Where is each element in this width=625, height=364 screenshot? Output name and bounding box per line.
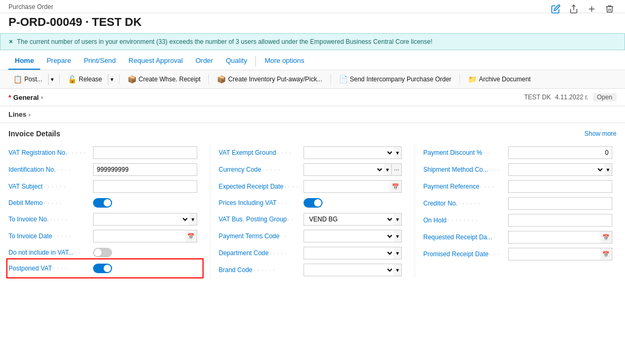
- tab-request-approval[interactable]: Request Approval: [122, 52, 189, 70]
- postponed-vat-toggle[interactable]: [93, 264, 112, 273]
- shipment-method-label: Shipment Method Co... · · ·: [424, 166, 508, 173]
- brand-code-label: Brand Code · · · · · ·: [219, 266, 304, 274]
- identification-no-input[interactable]: [93, 163, 197, 176]
- release-dropdown[interactable]: ▾: [108, 74, 116, 85]
- tab-order[interactable]: Order: [189, 52, 219, 70]
- on-hold-row: On Hold · · · · · · · ·: [424, 212, 617, 229]
- do-not-include-vat-row: Do not include in VAT... · ·: [8, 245, 201, 260]
- payment-terms-code-select[interactable]: [304, 230, 394, 242]
- alert-text: The current number of users in your envi…: [17, 38, 433, 45]
- shipment-method-select[interactable]: [508, 163, 605, 176]
- tab-print-send[interactable]: Print/Send: [77, 52, 122, 70]
- col2: VAT Exempt Ground · · · · ▾ Currency Cod…: [210, 144, 415, 278]
- intercompany-icon: 📄: [339, 75, 348, 83]
- vat-bus-posting-group-dropdown-btn[interactable]: ▾: [394, 213, 402, 226]
- post-dropdown[interactable]: ▾: [48, 74, 56, 85]
- to-invoice-no-dropdown-btn[interactable]: ▾: [189, 213, 197, 226]
- general-section-title: * General ›: [8, 94, 43, 101]
- lines-section[interactable]: Lines ›: [0, 106, 625, 123]
- vat-exempt-ground-label: VAT Exempt Ground · · · ·: [219, 149, 304, 156]
- add-button[interactable]: [587, 4, 596, 16]
- show-more-button[interactable]: Show more: [584, 130, 617, 137]
- brand-code-row: Brand Code · · · · · · ▾: [219, 262, 406, 278]
- toolbar-sep-3: [208, 74, 209, 85]
- do-not-include-vat-label: Do not include in VAT... · ·: [8, 249, 93, 256]
- to-invoice-no-label: To Invoice No. · · · · ·: [8, 216, 93, 223]
- department-code-dropdown-btn[interactable]: ▾: [394, 247, 402, 259]
- release-button[interactable]: 🔓 Release: [63, 72, 107, 86]
- brand-code-dropdown-btn[interactable]: ▾: [394, 264, 402, 276]
- currency-code-select[interactable]: [304, 163, 384, 176]
- vat-bus-posting-group-select[interactable]: VEND BG: [304, 213, 394, 226]
- department-code-select[interactable]: [304, 247, 394, 259]
- general-section[interactable]: * General › TEST DK 4.11.2022 г. Open: [0, 89, 625, 106]
- create-inventory-button[interactable]: 📦 Create Inventory Put-away/Pick...: [212, 72, 327, 86]
- do-not-include-vat-toggle[interactable]: [93, 248, 112, 257]
- status-badge: Open: [593, 93, 617, 101]
- vat-exempt-ground-select[interactable]: [304, 146, 394, 159]
- expected-receipt-date-input[interactable]: [304, 180, 390, 193]
- share-button[interactable]: [569, 4, 578, 16]
- tab-home[interactable]: Home: [8, 52, 40, 70]
- post-label: Post...: [24, 76, 42, 83]
- promised-receipt-date-calendar-btn[interactable]: 📅: [600, 248, 612, 260]
- vat-exempt-ground-dropdown-btn[interactable]: ▾: [394, 146, 402, 159]
- prices-including-vat-label: Prices Including VAT · · ·: [219, 199, 304, 207]
- requested-receipt-date-label: Requested Receipt Da... ·: [424, 234, 508, 241]
- toolbar-sep-1: [59, 74, 60, 85]
- vat-bus-posting-group-label: VAT Bus. Posting Group · ·: [219, 216, 304, 223]
- promised-receipt-date-wrap: 📅: [508, 248, 613, 260]
- promised-receipt-date-label: Promised Receipt Date · · ·: [424, 250, 508, 258]
- prices-including-vat-row: Prices Including VAT · · ·: [219, 195, 406, 211]
- requested-receipt-date-input[interactable]: [508, 231, 601, 244]
- department-code-label: Department Code · · · · ·: [219, 249, 304, 257]
- payment-discount-label: Payment Discount % · ·: [424, 149, 508, 156]
- tab-prepare[interactable]: Prepare: [40, 52, 77, 70]
- payment-terms-code-wrap: ▾: [304, 230, 402, 242]
- payment-terms-code-row: Payment Terms Code · · ▾: [219, 228, 406, 245]
- to-invoice-date-row: To Invoice Date · · · · · 📅: [8, 228, 201, 245]
- send-intercompany-button[interactable]: 📄 Send Intercompany Purchase Order: [334, 72, 456, 86]
- on-hold-input[interactable]: [508, 214, 613, 227]
- payment-terms-code-dropdown-btn[interactable]: ▾: [394, 230, 402, 242]
- create-whse-receipt-button[interactable]: 📦 Create Whse. Receipt: [123, 72, 205, 86]
- payment-terms-code-label: Payment Terms Code · ·: [219, 232, 304, 240]
- to-invoice-date-input[interactable]: [93, 230, 185, 242]
- debit-memo-row: Debit Memo · · · · ·: [8, 195, 201, 211]
- to-invoice-date-label: To Invoice Date · · · · ·: [8, 232, 93, 240]
- delete-button[interactable]: [605, 4, 614, 16]
- promised-receipt-date-input[interactable]: [508, 248, 601, 260]
- tab-quality[interactable]: Quality: [219, 52, 253, 70]
- to-invoice-date-calendar-btn[interactable]: 📅: [185, 230, 197, 242]
- edit-button[interactable]: [551, 4, 560, 16]
- requested-receipt-date-calendar-btn[interactable]: 📅: [600, 231, 612, 244]
- vat-bus-posting-group-row: VAT Bus. Posting Group · · VEND BG ▾: [219, 211, 406, 228]
- nav-tabs: Home Prepare Print/Send Request Approval…: [0, 52, 625, 70]
- alert-close-button[interactable]: ×: [9, 38, 13, 45]
- payment-discount-input[interactable]: [508, 146, 613, 159]
- archive-document-button[interactable]: 📁 Archive Document: [463, 72, 536, 86]
- identification-no-label: Identification No. · · · ·: [8, 166, 93, 173]
- creditor-no-input[interactable]: [508, 197, 613, 210]
- expected-receipt-date-calendar-btn[interactable]: 📅: [390, 180, 402, 193]
- post-icon: 📋: [13, 75, 22, 83]
- tab-more-options[interactable]: More options: [258, 52, 310, 70]
- currency-code-dropdown-btn[interactable]: ▾: [384, 163, 392, 176]
- archive-label: Archive Document: [479, 76, 531, 83]
- vat-subject-input[interactable]: [93, 180, 197, 193]
- brand-code-select[interactable]: [304, 264, 394, 276]
- currency-code-label: Currency Code · · · · ·: [219, 166, 304, 173]
- payment-reference-input[interactable]: [508, 180, 613, 193]
- currency-code-dots-btn[interactable]: ···: [392, 163, 401, 176]
- identification-no-row: Identification No. · · · ·: [8, 161, 201, 178]
- post-button[interactable]: 📋 Post...: [8, 72, 47, 86]
- creditor-no-label: Creditor No. · · · · · ·: [424, 200, 508, 207]
- promised-receipt-date-row: Promised Receipt Date · · · 📅: [424, 246, 617, 263]
- to-invoice-no-select[interactable]: [93, 213, 189, 226]
- prices-including-vat-toggle[interactable]: [304, 198, 323, 208]
- shipment-method-dropdown-btn[interactable]: ▾: [604, 163, 612, 176]
- debit-memo-toggle[interactable]: [93, 198, 112, 208]
- toolbar-sep-5: [459, 74, 460, 85]
- vat-registration-input[interactable]: [93, 146, 197, 159]
- currency-code-row: Currency Code · · · · · ▾ ···: [219, 161, 406, 178]
